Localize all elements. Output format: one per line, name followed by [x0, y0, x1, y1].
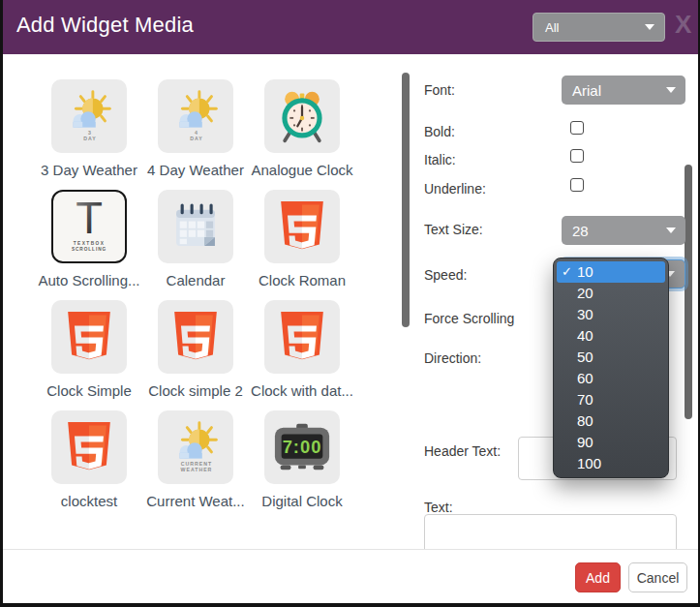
digital-clock-icon: 7:00 — [272, 417, 332, 477]
font-dropdown-value: Arial — [572, 82, 601, 99]
widget-list-scrollbar[interactable] — [402, 73, 410, 327]
widget-label: Current Weat... — [142, 493, 249, 509]
speed-option[interactable]: ✓90 — [557, 432, 665, 453]
direction-label: Direction: — [424, 350, 481, 366]
widget-item[interactable]: 3DAY 3 Day Weather — [36, 79, 142, 178]
cancel-button[interactable]: Cancel — [628, 562, 687, 592]
svg-text:DAY: DAY — [83, 136, 96, 141]
svg-text:WEATHER: WEATHER — [181, 467, 213, 472]
html5-icon — [64, 419, 114, 475]
weather-3day-icon: 3DAY — [59, 86, 119, 146]
current-weather-icon: CURRENTWEATHER — [166, 417, 226, 477]
widget-item[interactable]: Clock with dat... — [249, 300, 355, 399]
close-icon[interactable]: X — [675, 12, 691, 37]
speed-option[interactable]: ✓20 — [557, 283, 665, 304]
widget-item[interactable]: Clock Simple — [36, 300, 142, 399]
widget-grid: 3DAY 3 Day Weather 4DAY 4 Day Weather An… — [36, 79, 355, 509]
underline-checkbox[interactable] — [570, 178, 584, 192]
check-icon: ✓ — [562, 261, 572, 283]
textbox-scrolling-icon: T TEXTBOX SCROLLING — [57, 195, 121, 258]
svg-text:SCROLLING: SCROLLING — [72, 247, 107, 252]
force-scrolling-label: Force Scrolling — [424, 311, 514, 326]
html5-icon — [64, 309, 114, 365]
text-input[interactable] — [424, 514, 677, 549]
widget-label: clocktest — [36, 493, 142, 509]
add-button[interactable]: Add — [575, 562, 621, 592]
widget-label: Clock with dat... — [249, 382, 355, 399]
html5-icon — [170, 309, 221, 365]
filter-dropdown-value: All — [545, 20, 559, 35]
bold-checkbox[interactable] — [570, 121, 584, 135]
font-label: Font: — [424, 82, 455, 98]
speed-option[interactable]: ✓10 — [557, 261, 665, 283]
form-panel-scrollbar[interactable] — [685, 165, 692, 419]
weather-4day-icon: 4DAY — [166, 86, 226, 146]
widget-label: 3 Day Weather — [36, 162, 142, 178]
widget-label: 4 Day Weather — [142, 162, 249, 178]
widget-item[interactable]: Clock Roman — [249, 190, 355, 288]
add-widget-media-modal: Add Widget Media All X 3DAY 3 Day Weathe… — [0, 0, 700, 607]
font-dropdown[interactable]: Arial — [562, 76, 685, 105]
widget-label: Clock Roman — [249, 272, 355, 288]
chevron-down-icon — [666, 228, 676, 233]
speed-options-list: ✓10 ✓20 ✓30 ✓40 ✓50 ✓60 ✓70 ✓80 ✓90 ✓100 — [553, 258, 669, 478]
bold-label: Bold: — [424, 124, 455, 139]
speed-label: Speed: — [424, 267, 467, 283]
alarm-clock-icon — [273, 87, 331, 145]
widget-label: Analogue Clock — [249, 162, 355, 178]
text-size-dropdown[interactable]: 28 — [562, 216, 685, 245]
text-size-dropdown-value: 28 — [572, 223, 589, 239]
widget-label: Auto Scrolling... — [36, 272, 142, 288]
html5-icon — [277, 198, 327, 255]
speed-option[interactable]: ✓100 — [557, 453, 665, 474]
modal-header: Add Widget Media All X — [0, 0, 700, 54]
text-size-label: Text Size: — [424, 222, 483, 237]
speed-option[interactable]: ✓70 — [557, 389, 665, 410]
modal-title: Add Widget Media — [16, 13, 194, 38]
text-label: Text: — [424, 500, 453, 515]
underline-label: Underline: — [424, 181, 486, 197]
widget-item[interactable]: CURRENTWEATHER Current Weat... — [142, 410, 249, 509]
widget-item[interactable]: Analogue Clock — [249, 79, 355, 178]
widget-item[interactable]: Calendar — [142, 190, 249, 288]
text-input-clip — [424, 514, 677, 549]
svg-text:DAY: DAY — [190, 136, 202, 141]
widget-item[interactable]: 4DAY 4 Day Weather — [142, 79, 249, 178]
calendar-icon — [167, 198, 224, 255]
speed-option[interactable]: ✓50 — [557, 347, 665, 368]
filter-dropdown[interactable]: All — [533, 13, 665, 42]
widget-label: Clock simple 2 — [142, 382, 249, 399]
speed-option[interactable]: ✓80 — [557, 410, 665, 432]
widget-item[interactable]: T TEXTBOX SCROLLING Auto Scrolling... — [36, 190, 142, 288]
widget-item[interactable]: Clock simple 2 — [142, 300, 249, 399]
svg-text:T: T — [76, 195, 103, 243]
widget-label: Clock Simple — [36, 382, 142, 399]
italic-label: Italic: — [424, 152, 456, 167]
widget-item[interactable]: 7:00 Digital Clock — [249, 410, 355, 509]
svg-text:7:00: 7:00 — [283, 437, 322, 457]
chevron-down-icon — [666, 87, 676, 93]
italic-checkbox[interactable] — [570, 149, 584, 163]
header-text-label: Header Text: — [424, 443, 501, 459]
speed-option[interactable]: ✓60 — [557, 368, 665, 389]
html5-icon — [277, 309, 327, 365]
speed-option[interactable]: ✓30 — [557, 304, 665, 325]
widget-item[interactable]: clocktest — [36, 410, 142, 509]
widget-label: Digital Clock — [249, 493, 355, 509]
widget-label: Calendar — [142, 272, 249, 288]
svg-text:TEXTBOX: TEXTBOX — [74, 241, 105, 246]
speed-option[interactable]: ✓40 — [557, 325, 665, 347]
chevron-down-icon — [645, 24, 654, 30]
